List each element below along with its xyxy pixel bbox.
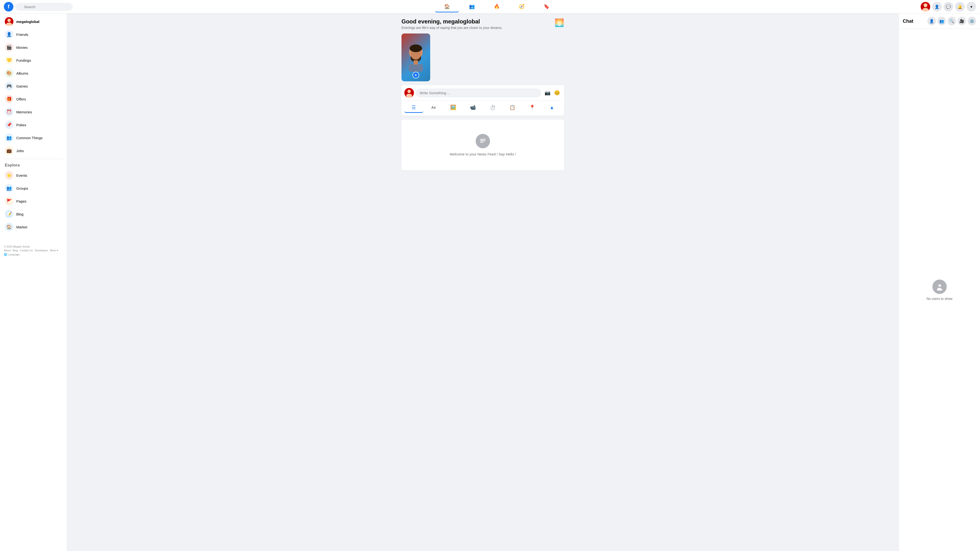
tab-fire[interactable]: 🔥 [485,1,509,13]
composer-tab-photo[interactable]: 🖼️ [444,103,463,113]
sidebar-footer: © 2023 Megalo Social About Blog Contact … [0,243,67,258]
sidebar-label-fundings: Fundings [16,58,31,62]
pokes-icon: 📌 [5,121,13,129]
chat-video-btn[interactable]: 🎥 [958,17,966,25]
footer-contact[interactable]: Contact Us [20,249,33,252]
no-users-icon [936,283,943,291]
tab-friends[interactable]: 👥 [460,1,484,13]
composer-tab-clock[interactable]: ⏱️ [483,103,502,113]
sidebar-label-events: Events [16,173,27,178]
sidebar-section-explore: Esplora [0,161,67,168]
story-section: + [401,33,564,81]
post-composer: 📷 😊 ☰ Aa 🖼️ 📹 ⏱️ 📋 📍 ▲ [401,85,564,116]
sidebar: megaloglobal 👤 Friends 🎬 Movies 💛 Fundin… [0,13,67,551]
composer-avatar [404,88,414,98]
sidebar-item-market[interactable]: 🏠 Market [2,221,65,233]
chat-panel: Chat 👤 👥 🔍 🎥 ⚙️ No users to show [899,13,980,551]
events-icon: ⭐ [5,171,13,179]
composer-tabs: ☰ Aa 🖼️ 📹 ⏱️ 📋 📍 ▲ [404,100,561,113]
footer-more[interactable]: More ▾ [50,249,58,252]
chat-add-user-btn[interactable]: 👤 [928,17,936,25]
sidebar-item-blog[interactable]: 📝 Blog [2,208,65,220]
nav-icon-user[interactable]: 👤 [932,2,942,11]
svg-point-9 [410,44,422,52]
top-navigation: f 🔍 🏠 👥 🔥 🧭 🔖 👤 💬 🔔 ▾ [0,0,980,13]
sidebar-item-games[interactable]: 🎮 Games [2,80,65,92]
sidebar-label-pokes: Pokes [16,123,26,127]
offers-icon: 🎁 [5,95,13,103]
footer-language[interactable]: 🌐 Language [4,253,63,256]
footer-about[interactable]: About [4,249,11,252]
feed-container: Good evening, megaloglobal Evenings are … [401,18,564,170]
chat-title: Chat [903,18,913,24]
greeting-text: Good evening, megaloglobal Evenings are … [401,18,503,30]
composer-tab-more[interactable]: ▲ [542,103,562,113]
sidebar-item-groups[interactable]: 👥 Groups [2,182,65,194]
sidebar-item-pages[interactable]: 🚩 Pages [2,195,65,207]
sidebar-item-pokes[interactable]: 📌 Pokes [2,119,65,131]
sidebar-item-memories[interactable]: ⏰ Memories [2,106,65,118]
composer-tab-feed[interactable]: ☰ [404,103,423,113]
composer-tab-text[interactable]: Aa [424,103,443,113]
svg-point-14 [406,94,412,98]
sidebar-user[interactable]: megaloglobal [2,15,65,28]
app-logo[interactable]: f [4,2,13,11]
nav-icon-notifications[interactable]: 🔔 [955,2,965,11]
nav-icon-messenger[interactable]: 💬 [943,2,953,11]
composer-tab-note[interactable]: 📋 [503,103,522,113]
footer-blog[interactable]: Blog [13,249,18,252]
sidebar-item-offers[interactable]: 🎁 Offers [2,93,65,105]
albums-icon: 🎨 [5,69,13,78]
story-profile-card[interactable]: + [401,33,430,81]
svg-rect-10 [409,64,423,72]
footer-copyright: © 2023 Megalo Social [4,245,63,248]
tab-compass[interactable]: 🧭 [510,1,533,13]
memories-icon: ⏰ [5,108,13,116]
chat-header-icons: 👤 👥 🔍 🎥 ⚙️ [928,17,976,25]
sidebar-label-memories: Memories [16,110,32,114]
emoji-icon-btn[interactable]: 😊 [553,89,561,97]
footer-developers[interactable]: Developers [35,249,48,252]
main-content: Good evening, megaloglobal Evenings are … [67,13,899,551]
friends-icon: 👤 [5,30,13,39]
sidebar-label-blog: Blog [16,212,24,216]
sidebar-item-jobs[interactable]: 💼 Jobs [2,144,65,157]
groups-icon: 👥 [5,184,13,192]
movies-icon: 🎬 [5,43,13,52]
chat-empty-state: No users to show [899,29,980,551]
feed-list-icon [479,138,487,144]
sidebar-username: megaloglobal [16,20,40,24]
sidebar-item-friends[interactable]: 👤 Friends [2,28,65,41]
sidebar-item-movies[interactable]: 🎬 Movies [2,41,65,54]
composer-input[interactable] [416,89,541,97]
chat-settings-btn[interactable]: ⚙️ [967,17,976,25]
sidebar-label-jobs: Jobs [16,149,24,153]
composer-top: 📷 😊 [404,88,561,98]
chat-search-btn[interactable]: 🔍 [947,17,956,25]
fundings-icon: 💛 [5,56,13,65]
nav-icon-menu[interactable]: ▾ [967,2,976,11]
greeting-emoji: 🌅 [555,18,564,27]
sidebar-item-albums[interactable]: 🎨 Albums [2,67,65,79]
sidebar-item-common-things[interactable]: 👥 Common Things [2,132,65,144]
search-input[interactable] [15,3,73,11]
greeting-subtitle: Evenings are life's way of saying that y… [401,26,503,30]
pages-icon: 🚩 [5,197,13,205]
chat-header: Chat 👤 👥 🔍 🎥 ⚙️ [899,13,980,29]
games-icon: 🎮 [5,82,13,91]
svg-rect-17 [480,142,484,143]
composer-tab-video[interactable]: 📹 [464,103,483,113]
nav-user-avatar[interactable] [921,2,930,11]
sidebar-label-common-things: Common Things [16,136,43,140]
composer-tab-location[interactable]: 📍 [523,103,542,113]
sidebar-label-offers: Offers [16,97,26,101]
sidebar-label-albums: Albums [16,71,28,75]
chat-group-btn[interactable]: 👥 [937,17,946,25]
tab-bookmark[interactable]: 🔖 [535,1,558,13]
story-add-button[interactable]: + [412,72,419,78]
tab-home[interactable]: 🏠 [435,1,459,13]
sidebar-item-events[interactable]: ⭐ Events [2,169,65,181]
camera-icon-btn[interactable]: 📷 [543,89,552,97]
sidebar-item-fundings[interactable]: 💛 Fundings [2,54,65,67]
svg-rect-11 [414,60,418,65]
